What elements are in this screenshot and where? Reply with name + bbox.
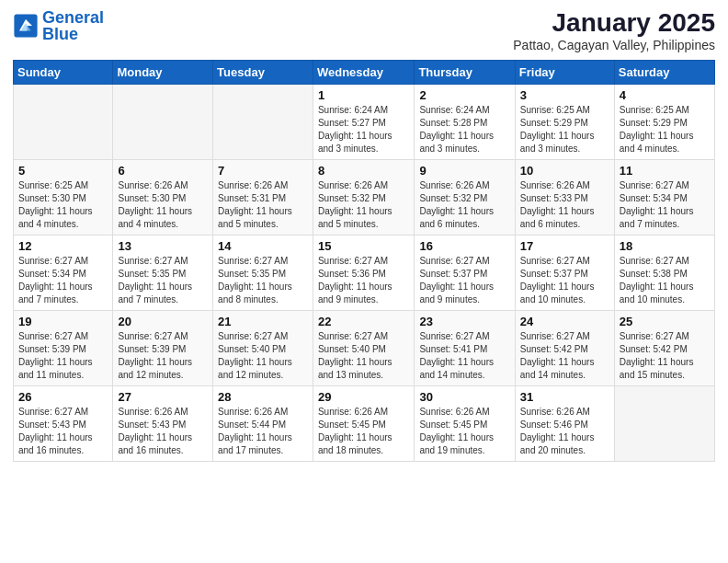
day-number: 24 — [520, 315, 609, 328]
col-thursday: Thursday — [415, 60, 515, 84]
day-number: 14 — [218, 239, 308, 253]
day-info: Sunrise: 6:27 AMSunset: 5:41 PMDaylight:… — [419, 330, 509, 382]
day-number: 15 — [318, 239, 409, 253]
day-info: Sunrise: 6:25 AMSunset: 5:29 PMDaylight:… — [620, 104, 710, 155]
day-info: Sunrise: 6:27 AMSunset: 5:35 PMDaylight:… — [118, 255, 208, 306]
day-info: Sunrise: 6:27 AMSunset: 5:40 PMDaylight:… — [318, 330, 409, 382]
day-number: 6 — [118, 164, 208, 178]
table-row: 14Sunrise: 6:27 AMSunset: 5:35 PMDayligh… — [213, 235, 313, 310]
logo-text: General Blue — [42, 9, 104, 42]
table-row: 11Sunrise: 6:27 AMSunset: 5:34 PMDayligh… — [614, 159, 714, 235]
table-row: 9Sunrise: 6:26 AMSunset: 5:32 PMDaylight… — [415, 159, 515, 235]
table-row: 16Sunrise: 6:27 AMSunset: 5:37 PMDayligh… — [415, 235, 515, 310]
calendar-table: Sunday Monday Tuesday Wednesday Thursday… — [13, 60, 715, 462]
table-row: 27Sunrise: 6:26 AMSunset: 5:43 PMDayligh… — [113, 385, 213, 461]
day-info: Sunrise: 6:27 AMSunset: 5:36 PMDaylight:… — [318, 255, 409, 306]
main-title: January 2025 — [513, 9, 715, 38]
day-info: Sunrise: 6:25 AMSunset: 5:29 PMDaylight:… — [520, 104, 609, 155]
day-info: Sunrise: 6:24 AMSunset: 5:28 PMDaylight:… — [419, 104, 509, 155]
day-info: Sunrise: 6:27 AMSunset: 5:42 PMDaylight:… — [620, 330, 710, 382]
day-info: Sunrise: 6:27 AMSunset: 5:42 PMDaylight:… — [520, 330, 609, 382]
day-number: 8 — [318, 164, 409, 178]
table-row: 19Sunrise: 6:27 AMSunset: 5:39 PMDayligh… — [14, 310, 113, 385]
logo-icon — [13, 13, 39, 39]
day-number: 11 — [620, 164, 710, 178]
table-row — [14, 84, 113, 159]
day-number: 10 — [520, 164, 609, 178]
day-number: 9 — [419, 164, 509, 178]
page-header: General Blue January 2025 Pattao, Cagaya… — [13, 9, 715, 52]
day-number: 1 — [318, 88, 409, 102]
day-number: 7 — [218, 164, 308, 178]
table-row: 1Sunrise: 6:24 AMSunset: 5:27 PMDaylight… — [313, 84, 414, 159]
day-info: Sunrise: 6:26 AMSunset: 5:45 PMDaylight:… — [318, 406, 409, 457]
day-number: 18 — [620, 239, 710, 253]
day-info: Sunrise: 6:26 AMSunset: 5:45 PMDaylight:… — [419, 406, 509, 457]
day-number: 26 — [18, 390, 108, 404]
day-info: Sunrise: 6:26 AMSunset: 5:33 PMDaylight:… — [520, 179, 609, 231]
table-row: 10Sunrise: 6:26 AMSunset: 5:33 PMDayligh… — [515, 159, 614, 235]
day-info: Sunrise: 6:26 AMSunset: 5:30 PMDaylight:… — [118, 179, 208, 231]
day-info: Sunrise: 6:27 AMSunset: 5:39 PMDaylight:… — [18, 330, 108, 382]
day-number: 31 — [520, 390, 609, 404]
table-row: 28Sunrise: 6:26 AMSunset: 5:44 PMDayligh… — [213, 385, 313, 461]
table-row: 12Sunrise: 6:27 AMSunset: 5:34 PMDayligh… — [14, 235, 113, 310]
table-row: 31Sunrise: 6:26 AMSunset: 5:46 PMDayligh… — [515, 385, 614, 461]
day-number: 22 — [318, 315, 409, 328]
table-row — [614, 385, 714, 461]
table-row: 13Sunrise: 6:27 AMSunset: 5:35 PMDayligh… — [113, 235, 213, 310]
col-sunday: Sunday — [14, 60, 113, 84]
table-row: 15Sunrise: 6:27 AMSunset: 5:36 PMDayligh… — [313, 235, 414, 310]
logo: General Blue — [13, 9, 104, 42]
title-block: January 2025 Pattao, Cagayan Valley, Phi… — [513, 9, 715, 52]
day-info: Sunrise: 6:27 AMSunset: 5:34 PMDaylight:… — [620, 179, 710, 231]
table-row: 23Sunrise: 6:27 AMSunset: 5:41 PMDayligh… — [415, 310, 515, 385]
table-row: 2Sunrise: 6:24 AMSunset: 5:28 PMDaylight… — [415, 84, 515, 159]
day-info: Sunrise: 6:27 AMSunset: 5:43 PMDaylight:… — [18, 406, 108, 457]
day-number: 25 — [620, 315, 710, 328]
day-number: 30 — [419, 390, 509, 404]
day-info: Sunrise: 6:27 AMSunset: 5:38 PMDaylight:… — [620, 255, 710, 306]
table-row: 30Sunrise: 6:26 AMSunset: 5:45 PMDayligh… — [415, 385, 515, 461]
day-info: Sunrise: 6:26 AMSunset: 5:43 PMDaylight:… — [118, 406, 208, 457]
day-info: Sunrise: 6:27 AMSunset: 5:37 PMDaylight:… — [520, 255, 609, 306]
day-number: 2 — [419, 88, 509, 102]
table-row — [113, 84, 213, 159]
day-info: Sunrise: 6:26 AMSunset: 5:31 PMDaylight:… — [218, 179, 308, 231]
day-info: Sunrise: 6:26 AMSunset: 5:32 PMDaylight:… — [318, 179, 409, 231]
page-container: General Blue January 2025 Pattao, Cagaya… — [0, 0, 728, 563]
day-number: 16 — [419, 239, 509, 253]
day-number: 5 — [18, 164, 108, 178]
col-friday: Friday — [515, 60, 614, 84]
day-info: Sunrise: 6:26 AMSunset: 5:44 PMDaylight:… — [218, 406, 308, 457]
table-row: 8Sunrise: 6:26 AMSunset: 5:32 PMDaylight… — [313, 159, 414, 235]
day-number: 17 — [520, 239, 609, 253]
table-row: 26Sunrise: 6:27 AMSunset: 5:43 PMDayligh… — [14, 385, 113, 461]
calendar-body: 1Sunrise: 6:24 AMSunset: 5:27 PMDaylight… — [14, 84, 715, 461]
table-row: 29Sunrise: 6:26 AMSunset: 5:45 PMDayligh… — [313, 385, 414, 461]
day-number: 19 — [18, 315, 108, 328]
day-number: 13 — [118, 239, 208, 253]
table-row: 4Sunrise: 6:25 AMSunset: 5:29 PMDaylight… — [614, 84, 714, 159]
day-info: Sunrise: 6:27 AMSunset: 5:37 PMDaylight:… — [419, 255, 509, 306]
calendar-week-row: 19Sunrise: 6:27 AMSunset: 5:39 PMDayligh… — [14, 310, 715, 385]
day-number: 12 — [18, 239, 108, 253]
day-info: Sunrise: 6:26 AMSunset: 5:32 PMDaylight:… — [419, 179, 509, 231]
table-row: 24Sunrise: 6:27 AMSunset: 5:42 PMDayligh… — [515, 310, 614, 385]
day-info: Sunrise: 6:27 AMSunset: 5:35 PMDaylight:… — [218, 255, 308, 306]
table-row: 22Sunrise: 6:27 AMSunset: 5:40 PMDayligh… — [313, 310, 414, 385]
day-number: 29 — [318, 390, 409, 404]
logo-text-general: General — [42, 9, 104, 26]
calendar-week-row: 1Sunrise: 6:24 AMSunset: 5:27 PMDaylight… — [14, 84, 715, 159]
day-info: Sunrise: 6:25 AMSunset: 5:30 PMDaylight:… — [18, 179, 108, 231]
col-wednesday: Wednesday — [313, 60, 414, 84]
day-info: Sunrise: 6:27 AMSunset: 5:40 PMDaylight:… — [218, 330, 308, 382]
calendar-week-row: 26Sunrise: 6:27 AMSunset: 5:43 PMDayligh… — [14, 385, 715, 461]
table-row: 18Sunrise: 6:27 AMSunset: 5:38 PMDayligh… — [614, 235, 714, 310]
day-number: 21 — [218, 315, 308, 328]
col-tuesday: Tuesday — [213, 60, 313, 84]
col-monday: Monday — [113, 60, 213, 84]
table-row — [213, 84, 313, 159]
subtitle: Pattao, Cagayan Valley, Philippines — [513, 38, 715, 52]
table-row: 7Sunrise: 6:26 AMSunset: 5:31 PMDaylight… — [213, 159, 313, 235]
